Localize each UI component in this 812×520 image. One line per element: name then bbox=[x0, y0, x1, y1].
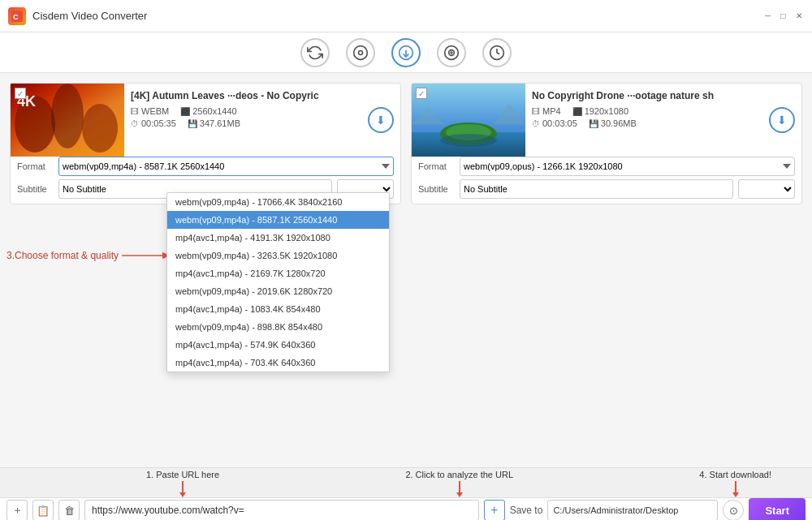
window-controls[interactable]: ─ □ ✕ bbox=[762, 11, 804, 21]
card2-filesize-meta: 💾 30.96MB bbox=[589, 118, 637, 128]
save-to-label: Save to bbox=[510, 505, 543, 516]
card2-subtitle-row: Subtitle No Subtitle bbox=[412, 179, 801, 204]
card1-thumb-image: 4K bbox=[11, 84, 124, 157]
annotation-paste-url: 1. Paste URL here bbox=[146, 470, 219, 497]
convert-tab-button[interactable] bbox=[300, 38, 330, 67]
dropdown-item-2[interactable]: mp4(avc1,mp4a) - 4191.3K 1920x1080 bbox=[167, 229, 389, 247]
card1-format-meta: 🎞 WEBM bbox=[131, 106, 169, 116]
main-toolbar bbox=[0, 32, 812, 73]
resolution-icon2: ⬛ bbox=[572, 107, 582, 116]
browse-save-path-button[interactable]: ⊙ bbox=[723, 500, 744, 520]
card1-checkbox[interactable] bbox=[15, 88, 26, 99]
filesize-icon2: 💾 bbox=[589, 119, 598, 128]
card2-checkbox[interactable] bbox=[416, 88, 427, 99]
card1-info: [4K] Autumn Leaves ···deos - No Copyric … bbox=[124, 84, 400, 157]
card2-format-meta: 🎞 MP4 bbox=[532, 106, 561, 116]
card1-duration-meta: ⏱ 00:05:35 bbox=[131, 118, 176, 128]
card2-info: No Copyright Drone ···ootage nature sh 🎞… bbox=[525, 84, 801, 157]
duration-icon2: ⏱ bbox=[532, 119, 540, 128]
url-input[interactable] bbox=[84, 500, 479, 520]
app-logo: C bbox=[8, 7, 26, 25]
card2-format-select[interactable]: webm(vp09,opus) - 1266.1K 1920x1080 bbox=[460, 157, 795, 176]
card2-download-button[interactable]: ⬇ bbox=[769, 107, 795, 133]
svg-point-11 bbox=[51, 84, 84, 148]
card1-format-row: Format webm(vp09,mp4a) - 8587.1K 2560x14… bbox=[11, 157, 400, 179]
maximize-button[interactable]: □ bbox=[778, 11, 788, 21]
paste-button[interactable]: 📋 bbox=[32, 500, 54, 520]
app-title: Cisdem Video Converter bbox=[32, 10, 804, 22]
card1-thumbnail: 4K bbox=[11, 84, 124, 157]
bottom-annotations: 1. Paste URL here 2. Click to analyze th… bbox=[0, 468, 812, 497]
analyze-url-button[interactable]: + bbox=[484, 500, 505, 520]
duration-icon: ⏱ bbox=[131, 119, 139, 128]
analyze-url-arrow-line bbox=[459, 481, 460, 492]
save-path-display: C:/Users/Administrator/Desktop bbox=[548, 505, 717, 515]
card2-format-row: Format webm(vp09,opus) - 1266.1K 1920x10… bbox=[412, 157, 801, 179]
close-button[interactable]: ✕ bbox=[793, 11, 804, 21]
annotation-analyze-text: 2. Click to analyze the URL bbox=[405, 470, 513, 479]
annotation-analyze-url: 2. Click to analyze the URL bbox=[405, 470, 513, 497]
card1-download-button[interactable]: ⬇ bbox=[368, 107, 394, 133]
card1-top: 4K [4K] Autumn Leaves ···deos - No Copyr… bbox=[11, 84, 400, 157]
svg-point-7 bbox=[451, 52, 452, 54]
annotation-start-text: 4. Start download! bbox=[699, 470, 771, 479]
format-dropdown[interactable]: webm(vp09,mp4a) - 17066.4K 3840x2160 web… bbox=[166, 192, 390, 372]
add-video-button[interactable]: ＋ bbox=[6, 500, 28, 520]
dropdown-item-0[interactable]: webm(vp09,mp4a) - 17066.4K 3840x2160 bbox=[167, 193, 389, 211]
burn-tab-button[interactable] bbox=[437, 38, 466, 67]
dropdown-item-9[interactable]: mp4(avc1,mp4a) - 703.4K 640x360 bbox=[167, 354, 389, 372]
title-bar: C Cisdem Video Converter ─ □ ✕ bbox=[0, 0, 812, 32]
annotation-choose-format: 3.Choose format & quality bbox=[6, 247, 171, 264]
dropdown-item-5[interactable]: webm(vp09,mp4a) - 2019.6K 1280x720 bbox=[167, 282, 389, 300]
dropdown-item-3[interactable]: webm(vp09,mp4a) - 3263.5K 1920x1080 bbox=[167, 247, 389, 264]
card2-format-label: Format bbox=[418, 161, 455, 171]
start-button[interactable]: Start bbox=[749, 498, 806, 520]
toolbox-tab-button[interactable] bbox=[482, 38, 512, 67]
cards-area: 4K [4K] Autumn Leaves ···deos - No Copyr… bbox=[0, 73, 812, 204]
card1-title: [4K] Autumn Leaves ···deos - No Copyric bbox=[131, 90, 394, 101]
annotation-format-text: 3.Choose format & quality bbox=[6, 250, 119, 261]
start-download-arrow-line bbox=[735, 481, 736, 492]
card2-meta-row2: ⏱ 00:03:05 💾 30.96MB bbox=[532, 118, 795, 128]
dropdown-item-8[interactable]: mp4(avc1,mp4a) - 574.9K 640x360 bbox=[167, 336, 389, 354]
minimize-button[interactable]: ─ bbox=[762, 11, 773, 21]
download-tab-button[interactable] bbox=[391, 38, 421, 67]
svg-text:C: C bbox=[13, 13, 19, 21]
card2-subtitle-select[interactable]: No Subtitle bbox=[460, 179, 733, 199]
edit-tab-button[interactable] bbox=[346, 38, 375, 67]
svg-point-3 bbox=[359, 50, 363, 54]
dropdown-item-7[interactable]: webm(vp09,mp4a) - 898.8K 854x480 bbox=[167, 318, 389, 336]
video-card-1: 4K [4K] Autumn Leaves ···deos - No Copyr… bbox=[10, 83, 401, 204]
filesize-icon: 💾 bbox=[188, 119, 197, 128]
format-icon: 🎞 bbox=[131, 107, 139, 116]
card1-subtitle-label: Subtitle bbox=[17, 184, 54, 194]
card2-top: No Copyright Drone ···ootage nature sh 🎞… bbox=[412, 84, 801, 157]
card1-format-label: Format bbox=[17, 161, 54, 171]
card2-title: No Copyright Drone ···ootage nature sh bbox=[532, 90, 795, 101]
card1-meta-row2: ⏱ 00:05:35 💾 347.61MB bbox=[131, 118, 394, 128]
card2-thumbnail bbox=[412, 84, 525, 157]
svg-point-12 bbox=[82, 104, 118, 153]
card1-format-select[interactable]: webm(vp09,mp4a) - 8587.1K 2560x1440 bbox=[58, 157, 394, 176]
dropdown-item-6[interactable]: mp4(avc1,mp4a) - 1083.4K 854x480 bbox=[167, 300, 389, 318]
dropdown-item-1[interactable]: webm(vp09,mp4a) - 8587.1K 2560x1440 bbox=[167, 211, 389, 229]
dropdown-item-4[interactable]: mp4(avc1,mp4a) - 2169.7K 1280x720 bbox=[167, 264, 389, 282]
delete-button[interactable]: 🗑 bbox=[58, 500, 80, 520]
main-content: 4K [4K] Autumn Leaves ···deos - No Copyr… bbox=[0, 73, 812, 467]
bottom-bar: 1. Paste URL here 2. Click to analyze th… bbox=[0, 467, 812, 520]
format-icon2: 🎞 bbox=[532, 107, 540, 116]
video-card-2: No Copyright Drone ···ootage nature sh 🎞… bbox=[411, 83, 802, 204]
card2-meta-row1: 🎞 MP4 ⬛ 1920x1080 bbox=[532, 106, 795, 116]
card1-meta-row1: 🎞 WEBM ⬛ 2560x1440 bbox=[131, 106, 394, 116]
card2-thumb-image bbox=[412, 84, 525, 157]
annotation-start-download: 4. Start download! bbox=[699, 470, 771, 497]
paste-url-arrow-line bbox=[182, 481, 184, 492]
svg-point-2 bbox=[354, 45, 368, 59]
card2-duration-meta: ⏱ 00:03:05 bbox=[532, 118, 577, 128]
bottom-controls: ＋ 📋 🗑 + Save to C:/Users/Administrator/D… bbox=[0, 497, 812, 520]
card2-resolution-meta: ⬛ 1920x1080 bbox=[572, 106, 628, 116]
card1-resolution-meta: ⬛ 2560x1440 bbox=[180, 106, 236, 116]
resolution-icon: ⬛ bbox=[180, 107, 190, 116]
svg-point-18 bbox=[440, 134, 497, 147]
card2-subtitle-lang-select[interactable] bbox=[738, 179, 795, 199]
